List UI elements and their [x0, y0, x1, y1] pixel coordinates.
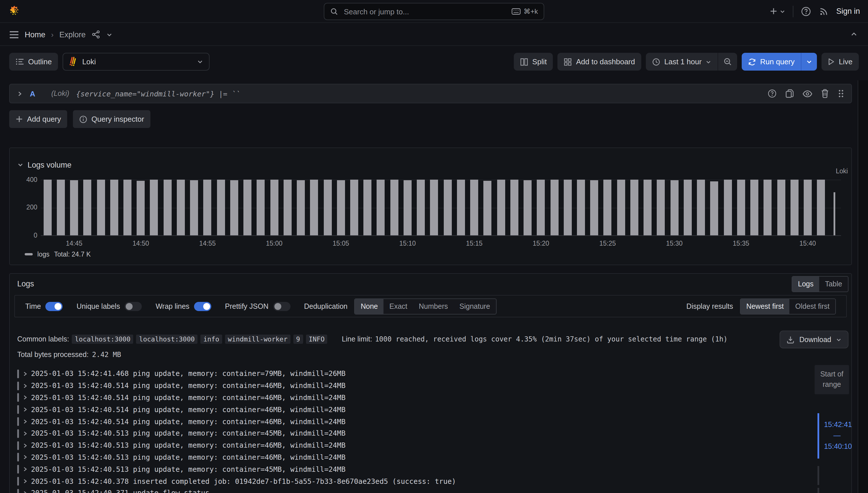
log-row[interactable]: 2025-01-03 15:42:40.513 ping update, mem…	[17, 428, 811, 440]
outline-button[interactable]: Outline	[9, 53, 58, 70]
log-row[interactable]: 2025-01-03 15:42:40.514 ping update, mem…	[17, 392, 811, 404]
range-track-segment[interactable]	[818, 466, 819, 485]
expand-log-chevron-icon[interactable]	[22, 467, 27, 472]
help-icon[interactable]	[801, 6, 811, 16]
menu-hamburger-icon[interactable]	[9, 30, 19, 39]
volume-bar	[497, 180, 505, 235]
search-shortcut: ⌘+k	[511, 7, 538, 16]
query-collapse-chevron-icon[interactable]	[17, 90, 23, 97]
log-row[interactable]: 2025-01-03 15:42:40.371 update flow stat…	[17, 487, 811, 493]
toggle-wrap-lines[interactable]: Wrap lines	[155, 302, 211, 311]
toggle-unique-labels-switch[interactable]	[125, 302, 142, 311]
breadcrumb-explore[interactable]: Explore	[59, 30, 86, 39]
scrollbar-track[interactable]	[858, 80, 868, 493]
dedup-option-numbers[interactable]: Numbers	[413, 299, 453, 314]
new-button[interactable]	[769, 7, 785, 16]
toolbar-right: Split Add to dashboard Last 1 hour	[514, 53, 859, 70]
toggle-visibility-icon[interactable]	[803, 90, 812, 97]
query-expression[interactable]: {service_name="windmill-worker"} |= ``	[76, 89, 240, 98]
download-button[interactable]: Download	[780, 330, 848, 348]
add-query-label: Add query	[27, 115, 61, 123]
log-line: 2025-01-03 15:42:40.514 ping update, mem…	[31, 382, 345, 390]
toggle-time-switch[interactable]	[46, 302, 63, 311]
run-query-options-button[interactable]	[801, 53, 817, 70]
view-option-table[interactable]: Table	[819, 277, 848, 292]
grafana-logo-icon[interactable]	[8, 5, 21, 18]
breadcrumb-home[interactable]: Home	[25, 30, 45, 39]
log-level-bar	[17, 417, 19, 426]
log-row[interactable]: 2025-01-03 15:42:40.514 ping update, mem…	[17, 404, 811, 416]
expand-log-chevron-icon[interactable]	[22, 407, 27, 412]
drag-handle-icon[interactable]	[838, 89, 845, 98]
grafana-explore-page: ⌘+k Sign in	[0, 0, 868, 493]
order-option-oldest[interactable]: Oldest first	[790, 299, 835, 314]
volume-bar	[204, 180, 212, 235]
expand-log-chevron-icon[interactable]	[22, 443, 27, 448]
log-row[interactable]: 2025-01-03 15:42:40.378 inserted complet…	[17, 475, 811, 487]
query-inspector-button[interactable]: Query inspector	[73, 110, 151, 128]
sign-in-button[interactable]: Sign in	[836, 7, 860, 16]
log-row[interactable]: 2025-01-03 15:42:41.468 ping update, mem…	[17, 368, 811, 380]
expand-log-chevron-icon[interactable]	[22, 479, 27, 484]
toggle-prettify-json-switch[interactable]	[273, 302, 290, 311]
series-label-loki[interactable]: Loki	[836, 168, 848, 174]
log-row[interactable]: 2025-01-03 15:42:40.514 ping update, mem…	[17, 415, 811, 428]
datasource-picker[interactable]: Loki	[63, 53, 210, 70]
search-input[interactable]	[343, 6, 507, 16]
bar-slot	[361, 180, 374, 235]
share-icon[interactable]	[91, 30, 101, 39]
query-ref-id[interactable]: A	[30, 89, 35, 98]
live-button[interactable]: Live	[822, 53, 859, 70]
breadcrumb-chevron-down-icon[interactable]	[106, 31, 112, 38]
collapse-panel-icon[interactable]	[850, 30, 858, 38]
range-track-segment[interactable]	[818, 488, 819, 493]
volume-bar	[137, 181, 145, 235]
expand-log-chevron-icon[interactable]	[22, 383, 27, 388]
volume-bar	[84, 180, 91, 235]
query-editor-row: A (Loki) {service_name="windmill-worker"…	[9, 84, 852, 103]
toggle-unique-labels[interactable]: Unique labels	[77, 302, 142, 311]
add-query-button[interactable]: Add query	[9, 110, 67, 128]
toggle-time[interactable]: Time	[25, 302, 63, 311]
expand-log-chevron-icon[interactable]	[22, 455, 27, 460]
delete-query-icon[interactable]	[821, 89, 829, 98]
dedup-option-signature[interactable]: Signature	[454, 299, 496, 314]
log-level-bar	[17, 393, 19, 402]
toggle-prettify-json[interactable]: Prettify JSON	[225, 302, 290, 311]
log-line: 2025-01-03 15:42:40.371 update flow stat…	[31, 489, 210, 493]
global-search[interactable]: ⌘+k	[324, 3, 544, 20]
expand-log-chevron-icon[interactable]	[22, 431, 27, 436]
duplicate-query-icon[interactable]	[785, 89, 794, 98]
log-row[interactable]: 2025-01-03 15:42:40.513 ping update, mem…	[17, 451, 811, 464]
log-row[interactable]: 2025-01-03 15:42:40.513 ping update, mem…	[17, 464, 811, 475]
zoom-out-time-button[interactable]	[718, 53, 737, 70]
bar-slot	[148, 180, 161, 235]
query-help-icon[interactable]	[767, 89, 777, 98]
legend-series-name[interactable]: logs	[37, 251, 49, 258]
volume-bar	[724, 180, 732, 235]
expand-log-chevron-icon[interactable]	[22, 491, 27, 493]
query-actions: Add query Query inspector	[9, 110, 150, 128]
log-row[interactable]: 2025-01-03 15:42:40.514 ping update, mem…	[17, 380, 811, 392]
add-to-dashboard-button[interactable]: Add to dashboard	[558, 53, 641, 70]
toggle-wrap-lines-switch[interactable]	[194, 302, 211, 311]
run-query-button[interactable]: Run query	[742, 53, 801, 70]
volume-bar	[363, 180, 372, 235]
volume-bar	[163, 180, 171, 235]
log-row[interactable]: 2025-01-03 15:42:40.513 ping update, mem…	[17, 440, 811, 452]
view-option-logs[interactable]: Logs	[792, 277, 819, 292]
dedup-option-none[interactable]: None	[355, 299, 384, 314]
expand-log-chevron-icon[interactable]	[22, 395, 27, 400]
expand-log-chevron-icon[interactable]	[22, 371, 27, 377]
logs-volume-header[interactable]: Logs volume	[17, 161, 71, 169]
order-option-newest[interactable]: Newest first	[741, 299, 790, 314]
split-button[interactable]: Split	[514, 53, 553, 70]
bar-slot	[441, 180, 454, 235]
range-selected-bar[interactable]	[818, 413, 819, 458]
time-range-button[interactable]: Last 1 hour	[646, 53, 718, 70]
expand-log-chevron-icon[interactable]	[22, 419, 27, 424]
volume-bar	[43, 180, 51, 235]
volume-bar	[833, 192, 835, 235]
dedup-option-exact[interactable]: Exact	[384, 299, 413, 314]
news-feed-icon[interactable]	[818, 6, 829, 16]
